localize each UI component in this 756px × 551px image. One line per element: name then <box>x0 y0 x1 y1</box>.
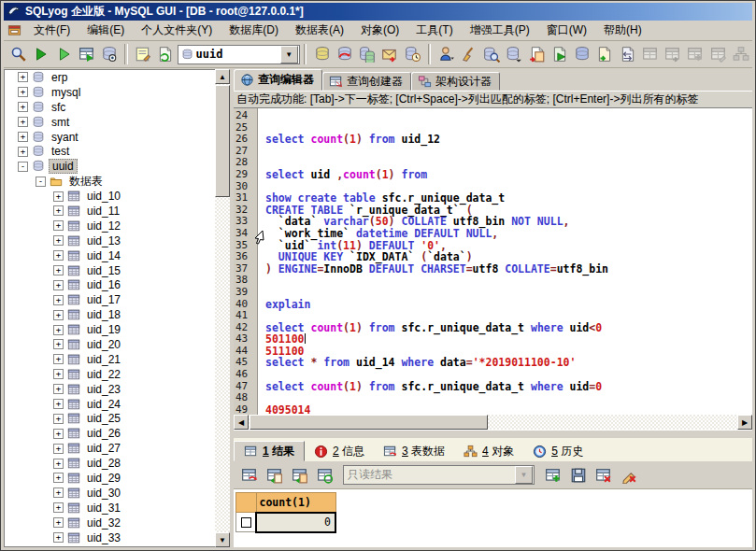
tree-item-uid_32[interactable]: +uid_32 <box>5 516 216 530</box>
expand-toggle[interactable]: + <box>18 117 28 127</box>
export-data-icon[interactable] <box>549 42 571 67</box>
tree-item-label[interactable]: uid_31 <box>84 502 123 515</box>
save-changes-icon[interactable] <box>565 462 591 487</box>
collapse-toggle[interactable]: - <box>36 177 46 187</box>
menu-item-1[interactable]: 文件(F) <box>25 21 78 40</box>
backup-database-icon[interactable] <box>310 42 333 67</box>
menu-item-8[interactable]: 增强工具(P) <box>462 21 538 40</box>
expand-toggle[interactable]: + <box>53 517 64 528</box>
expand-toggle[interactable]: + <box>53 354 64 364</box>
discard-changes-icon[interactable] <box>616 462 641 487</box>
expand-toggle[interactable]: + <box>53 444 64 454</box>
add-row-icon[interactable] <box>540 462 565 487</box>
preview-object-icon[interactable] <box>98 42 121 67</box>
sql-code-area[interactable]: select count(1) from uid_12select uid ,c… <box>259 108 752 415</box>
expand-toggle[interactable]: + <box>53 502 64 513</box>
execute-query-icon[interactable] <box>30 42 52 67</box>
tree-item-uid_24[interactable]: +uid_24 <box>5 397 216 412</box>
tree-item-label[interactable]: sfc <box>49 101 68 114</box>
tree-item-erp[interactable]: +erp <box>5 70 216 85</box>
tree-item-label[interactable]: uid_11 <box>84 205 122 218</box>
row-selector[interactable] <box>236 513 257 532</box>
tree-item-label[interactable]: 数据表 <box>66 174 106 190</box>
flush-tools-icon[interactable] <box>458 42 480 67</box>
edit-query-icon[interactable] <box>132 42 154 67</box>
code-line-48[interactable] <box>265 392 752 404</box>
tree-item-label[interactable]: erp <box>49 71 70 84</box>
expand-toggle[interactable]: + <box>53 235 64 246</box>
menu-item-4[interactable]: 数据库(D) <box>221 21 287 40</box>
tree-item-label[interactable]: uid_24 <box>84 398 123 411</box>
expand-toggle[interactable]: + <box>18 87 28 97</box>
tree-item-sfc[interactable]: +sfc <box>5 100 216 115</box>
code-line-47[interactable]: select count(1) from sfc.r_unique_data_t… <box>265 381 752 393</box>
connect-icon[interactable] <box>7 42 30 67</box>
expand-toggle[interactable]: + <box>53 250 64 261</box>
tab-schema-designer[interactable]: 架构设计器 <box>411 72 500 91</box>
expand-toggle[interactable]: + <box>53 429 64 439</box>
code-line-39[interactable] <box>265 287 752 299</box>
tree-item-uid_26[interactable]: +uid_26 <box>5 426 216 441</box>
tree-item-uid_31[interactable]: +uid_31 <box>5 501 216 516</box>
tree-item-uid_14[interactable]: +uid_14 <box>5 248 216 263</box>
code-line-49[interactable]: 4095014 <box>265 404 752 415</box>
tree-item-uid_22[interactable]: +uid_22 <box>5 367 216 382</box>
grid-cell[interactable]: 0 <box>256 513 335 532</box>
copy-database-icon[interactable] <box>356 42 378 67</box>
tree-item-uid_18[interactable]: +uid_18 <box>5 307 216 322</box>
tree-item-label[interactable]: uid_32 <box>84 516 123 530</box>
database-objects-icon[interactable] <box>571 42 593 67</box>
menu-item-7[interactable]: 工具(T) <box>407 21 461 40</box>
tree-item-test[interactable]: +test <box>5 144 216 159</box>
tree-item-uid_23[interactable]: +uid_23 <box>5 382 216 397</box>
refresh-object-browser-icon[interactable] <box>154 42 177 67</box>
code-line-24[interactable] <box>265 110 752 122</box>
data-search-icon[interactable] <box>480 42 503 67</box>
tree-item-label[interactable]: uid_30 <box>84 487 123 500</box>
tree-item-label[interactable]: test <box>49 145 72 158</box>
expand-toggle[interactable]: + <box>53 384 64 394</box>
tree-item-label[interactable]: uid_10 <box>84 190 123 203</box>
tree-item-uid_15[interactable]: +uid_15 <box>5 263 216 278</box>
tab-query-builder[interactable]: 查询创建器 <box>322 72 411 91</box>
tree-item-uid_29[interactable]: +uid_29 <box>5 471 216 486</box>
schema-sync-icon[interactable] <box>503 42 525 67</box>
scroll-right-button[interactable]: ▶ <box>737 415 752 430</box>
scroll-left-button[interactable]: ◀ <box>234 415 249 430</box>
scroll-down-button[interactable]: ▼ <box>215 532 230 547</box>
export-csv-icon[interactable] <box>287 462 312 487</box>
tab-query-editor[interactable]: 查询编辑器 <box>234 69 322 91</box>
tree-item-label[interactable]: uid_12 <box>84 219 123 233</box>
job-manager-icon[interactable] <box>401 42 423 67</box>
execute-all-queries-icon[interactable] <box>53 42 76 67</box>
code-line-26[interactable]: select count(1) from uid_12 <box>265 134 752 146</box>
tree-item-label[interactable]: uid_21 <box>84 353 123 366</box>
menu-item-2[interactable]: 编辑(E) <box>78 21 133 40</box>
tree-item-uid_33[interactable]: +uid_33 <box>5 530 216 545</box>
tree-item-label[interactable]: uid_25 <box>84 412 123 425</box>
batch-job-icon[interactable] <box>616 42 638 67</box>
expand-toggle[interactable]: + <box>53 220 64 231</box>
scroll-up-button[interactable]: ▲ <box>215 69 230 84</box>
sql-editor[interactable]: 2425262728293031323334353637383940414243… <box>234 108 752 415</box>
refresh-result-icon[interactable] <box>236 462 262 487</box>
collapse-toggle[interactable]: - <box>18 162 28 172</box>
expand-toggle[interactable]: + <box>53 459 64 469</box>
copy-table-icon[interactable] <box>525 42 548 67</box>
code-line-29[interactable]: select uid ,count(1) from <box>265 169 752 181</box>
expand-toggle[interactable]: + <box>53 532 64 543</box>
mdi-child-icon[interactable] <box>7 23 21 37</box>
grid-column-header[interactable]: count(1) <box>256 493 335 513</box>
tree-item-uid_25[interactable]: +uid_25 <box>5 411 216 426</box>
tree-item-uid_12[interactable]: +uid_12 <box>5 219 216 233</box>
tree-item-label[interactable]: mysql <box>49 86 83 99</box>
expand-toggle[interactable]: + <box>53 487 64 498</box>
tree-item-label[interactable]: uid_22 <box>84 368 123 381</box>
expand-toggle[interactable]: + <box>53 205 64 216</box>
export-xml-icon[interactable] <box>312 462 337 487</box>
menu-item-6[interactable]: 对象(O) <box>352 21 407 40</box>
expand-toggle[interactable]: + <box>18 72 28 82</box>
combobox-dropdown-button[interactable]: ▼ <box>280 46 298 64</box>
sync-database-icon[interactable] <box>334 42 356 67</box>
code-line-42[interactable]: select count(1) from sfc.r_unique_data_t… <box>265 322 752 334</box>
